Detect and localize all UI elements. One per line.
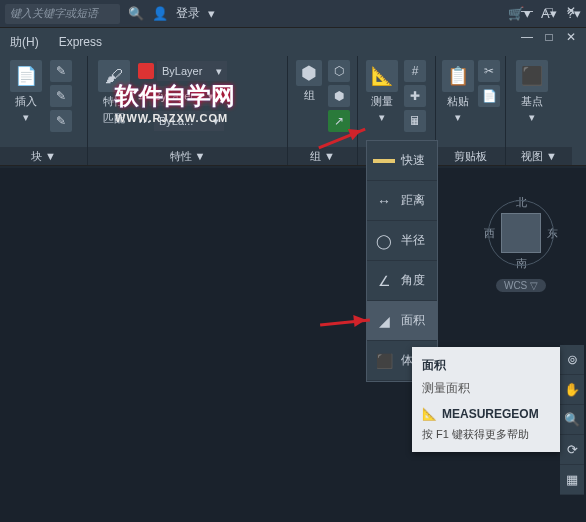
- angle-icon: ∠: [373, 270, 395, 292]
- measure-radius-label: 半径: [401, 232, 425, 249]
- doc-maximize-button[interactable]: □: [540, 30, 558, 44]
- wcs-badge[interactable]: WCS ▽: [496, 279, 546, 292]
- user-icon: 👤: [152, 6, 168, 21]
- login-link[interactable]: 登录: [176, 5, 200, 22]
- tooltip-title: 面积: [422, 357, 550, 374]
- paste-icon: 📋: [442, 60, 474, 92]
- measure-angle-label: 角度: [401, 272, 425, 289]
- window-controls: — □ ✕: [518, 4, 580, 18]
- group-button[interactable]: ⬢ 组: [294, 60, 324, 147]
- measure-quick-label: 快速: [401, 152, 425, 169]
- nav-orbit-icon[interactable]: ⟳: [560, 435, 584, 465]
- ungroup-button[interactable]: ⬡: [328, 60, 350, 82]
- watermark-url: WWW.RJZXW.COM: [115, 112, 235, 124]
- search-icon[interactable]: 🔍: [128, 6, 144, 21]
- measure-flyout: 快速 ↔ 距离 ◯ 半径 ∠ 角度 ◢ 面积 ⬛ 体: [366, 140, 438, 382]
- point-button[interactable]: ✚: [404, 85, 426, 107]
- insert-button[interactable]: 📄 插入 ▾: [6, 60, 46, 147]
- color-select-label: ByLayer: [162, 65, 202, 77]
- login-dropdown-icon[interactable]: ▾: [208, 6, 215, 21]
- panel-block: 📄 插入 ▾ ✎ ✎ ✎ 块 ▼: [0, 56, 88, 165]
- nav-wheel-icon[interactable]: ⊚: [560, 345, 584, 375]
- tooltip-description: 测量面积: [422, 380, 550, 397]
- measure-quick[interactable]: 快速: [367, 141, 437, 181]
- view-cube[interactable]: 北 西 东 南 WCS ▽: [481, 195, 561, 315]
- tooltip: 面积 测量面积 📐 MEASUREGEOM 按 F1 键获得更多帮助: [412, 347, 560, 452]
- tooltip-command: 📐 MEASUREGEOM: [422, 407, 550, 421]
- measure-label: 测量: [371, 94, 393, 109]
- doc-window-controls: — □ ✕: [518, 30, 580, 44]
- measure-radius[interactable]: ◯ 半径: [367, 221, 437, 261]
- nav-bar: ⊚ ✋ 🔍 ⟳ ▦: [560, 345, 584, 495]
- watermark: 软件自学网 WWW.RJZXW.COM: [115, 80, 235, 124]
- distance-icon: ↔: [373, 190, 395, 212]
- menu-help[interactable]: 助(H): [10, 34, 39, 51]
- copy-button[interactable]: 📄: [478, 85, 500, 107]
- doc-close-button[interactable]: ✕: [562, 30, 580, 44]
- top-bar: 键入关键字或短语 🔍 👤 登录 ▾ 🛒▾ A▾ ?▾: [0, 0, 586, 28]
- radius-icon: ◯: [373, 230, 395, 252]
- nav-zoom-icon[interactable]: 🔍: [560, 405, 584, 435]
- panel-group: ⬢ 组 ⬡ ⬢ ↗ 组 ▼: [288, 56, 358, 165]
- paste-label: 粘贴: [447, 94, 469, 109]
- group-edit-button[interactable]: ⬢: [328, 85, 350, 107]
- panel-clipboard: 📋 粘贴 ▾ ✂ 📄 剪贴板: [436, 56, 506, 165]
- doc-minimize-button[interactable]: —: [518, 30, 536, 44]
- insert-icon: 📄: [10, 60, 42, 92]
- quick-icon: [373, 150, 395, 172]
- ribbon: 📄 插入 ▾ ✎ ✎ ✎ 块 ▼ 🖌 特性 匹配 ByLayer▾: [0, 56, 586, 166]
- menu-express[interactable]: Express: [59, 35, 102, 49]
- panel-clipboard-label[interactable]: 剪贴板: [436, 147, 505, 165]
- paste-button[interactable]: 📋 粘贴 ▾: [442, 60, 474, 147]
- menu-bar: 助(H) Express: [0, 28, 586, 56]
- insert-dropdown-icon: ▾: [23, 111, 29, 124]
- panel-view: ⬛ 基点 ▾ 视图 ▼: [506, 56, 572, 165]
- panel-block-label[interactable]: 块 ▼: [0, 147, 87, 165]
- basepoint-icon: ⬛: [516, 60, 548, 92]
- watermark-title: 软件自学网: [115, 82, 235, 109]
- search-input[interactable]: 键入关键字或短语: [5, 4, 120, 24]
- tooltip-help: 按 F1 键获得更多帮助: [422, 427, 550, 442]
- paste-dropdown-icon: ▾: [455, 111, 461, 124]
- measure-area[interactable]: ◢ 面积: [367, 301, 437, 341]
- area-icon: ◢: [373, 310, 395, 332]
- color-select[interactable]: ByLayer▾: [157, 61, 227, 81]
- measure-button[interactable]: 📐 测量 ▾: [364, 60, 400, 147]
- group-icon: ⬢: [296, 60, 322, 86]
- tooltip-command-text: MEASUREGEOM: [442, 407, 539, 421]
- nav-pan-icon[interactable]: ✋: [560, 375, 584, 405]
- panel-group-label[interactable]: 组 ▼: [288, 147, 357, 165]
- cut-button[interactable]: ✂: [478, 60, 500, 82]
- measure-distance[interactable]: ↔ 距离: [367, 181, 437, 221]
- insert-label: 插入: [15, 94, 37, 109]
- viewcube-cube[interactable]: [501, 213, 541, 253]
- close-button[interactable]: ✕: [562, 4, 580, 18]
- basepoint-label: 基点: [521, 94, 543, 109]
- basepoint-button[interactable]: ⬛ 基点 ▾: [512, 60, 552, 147]
- measure-distance-label: 距离: [401, 192, 425, 209]
- calc-button[interactable]: 🖩: [404, 110, 426, 132]
- group-label: 组: [304, 88, 315, 103]
- group-select-button[interactable]: ↗: [328, 110, 350, 132]
- minimize-button[interactable]: —: [518, 4, 536, 18]
- create-block-button[interactable]: ✎: [50, 60, 72, 82]
- edit-block-button[interactable]: ✎: [50, 85, 72, 107]
- maximize-button[interactable]: □: [540, 4, 558, 18]
- measure-icon: 📐: [366, 60, 398, 92]
- command-icon: 📐: [422, 407, 437, 421]
- volume-icon: ⬛: [373, 350, 395, 372]
- measure-angle[interactable]: ∠ 角度: [367, 261, 437, 301]
- panel-properties-label[interactable]: 特性 ▼: [88, 147, 287, 165]
- edit-attr-button[interactable]: ✎: [50, 110, 72, 132]
- measure-area-label: 面积: [401, 312, 425, 329]
- panel-view-label[interactable]: 视图 ▼: [506, 147, 572, 165]
- nav-showmotion-icon[interactable]: ▦: [560, 465, 584, 495]
- color-swatch-icon: [138, 63, 154, 79]
- count-button[interactable]: #: [404, 60, 426, 82]
- measure-dropdown-icon: ▾: [379, 111, 385, 124]
- basepoint-dropdown-icon: ▾: [529, 111, 535, 124]
